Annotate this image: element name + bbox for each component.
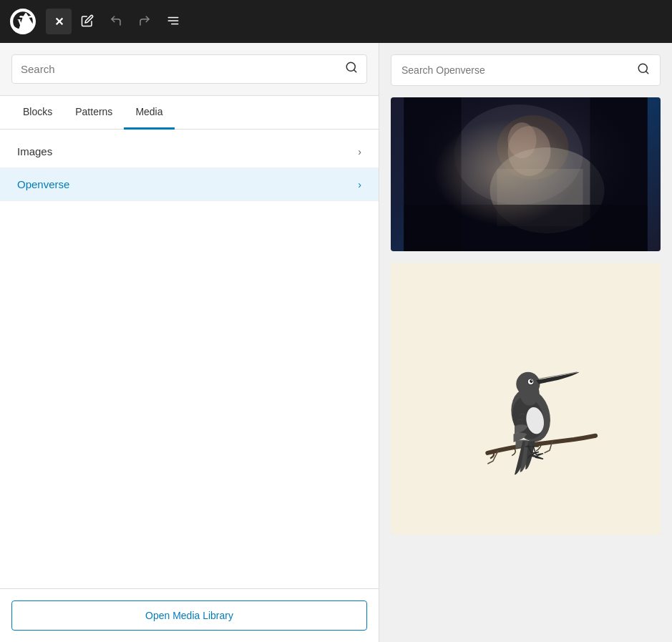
image-card-bird[interactable] <box>391 263 661 535</box>
open-media-library-button[interactable]: Open Media Library <box>11 600 367 631</box>
undo-button[interactable] <box>103 9 129 34</box>
edit-button[interactable] <box>74 9 100 34</box>
tabs: Blocks Patterns Media <box>0 96 379 130</box>
search-input[interactable] <box>21 63 339 75</box>
svg-point-12 <box>497 115 569 180</box>
openverse-search-box <box>391 54 661 86</box>
menu-button[interactable] <box>160 9 186 34</box>
media-item-label: Images <box>17 145 52 157</box>
svg-point-30 <box>532 380 533 381</box>
redo-button[interactable] <box>132 9 157 34</box>
search-icon <box>345 61 358 77</box>
dark-photo-svg <box>391 97 661 251</box>
chevron-right-icon: › <box>358 146 361 157</box>
media-item-images[interactable]: Images › <box>0 135 379 168</box>
svg-point-13 <box>508 126 551 176</box>
edit-icon <box>81 14 94 29</box>
svg-line-6 <box>354 69 356 72</box>
svg-point-26 <box>517 371 540 395</box>
bird-illustration-image <box>391 263 661 535</box>
right-panel <box>379 43 672 642</box>
svg-point-11 <box>454 104 583 205</box>
openverse-search-icon <box>637 62 650 78</box>
media-list: Images › Openverse › <box>0 130 379 588</box>
undo-icon <box>109 14 122 29</box>
svg-point-29 <box>530 379 534 383</box>
chevron-right-icon: › <box>358 179 361 190</box>
svg-text:W: W <box>17 16 29 29</box>
tab-blocks[interactable]: Blocks <box>11 96 64 130</box>
close-icon: ✕ <box>54 15 64 29</box>
media-item-label: Openverse <box>17 178 69 190</box>
bird-illustration-svg <box>444 283 606 515</box>
svg-rect-16 <box>497 169 583 226</box>
tab-media[interactable]: Media <box>124 96 174 130</box>
redo-icon <box>138 14 151 29</box>
image-card-dark-photo[interactable] <box>391 97 661 251</box>
openverse-search-input[interactable] <box>401 64 631 76</box>
svg-rect-20 <box>404 97 648 251</box>
search-box <box>11 54 367 84</box>
search-container <box>0 43 379 96</box>
svg-line-8 <box>646 71 648 73</box>
close-button[interactable]: ✕ <box>46 9 72 34</box>
hamburger-icon <box>167 14 180 29</box>
wordpress-logo: W <box>6 0 40 43</box>
main-area: Blocks Patterns Media Images › Openverse… <box>0 43 672 642</box>
bottom-bar: Open Media Library <box>0 588 379 642</box>
toolbar: W ✕ <box>0 0 672 43</box>
left-panel: Blocks Patterns Media Images › Openverse… <box>0 43 379 642</box>
dark-photo-image <box>391 97 661 251</box>
svg-point-14 <box>508 122 537 158</box>
images-grid <box>391 97 661 535</box>
media-item-openverse[interactable]: Openverse › <box>0 168 379 201</box>
tab-patterns[interactable]: Patterns <box>64 96 124 130</box>
wp-logo-icon: W <box>10 9 36 34</box>
